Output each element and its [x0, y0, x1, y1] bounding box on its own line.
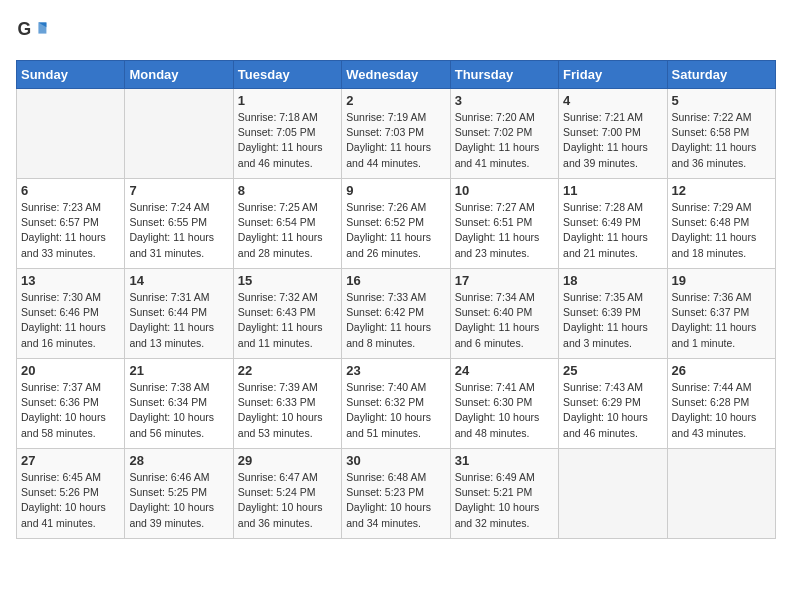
day-info: Sunrise: 6:45 AM Sunset: 5:26 PM Dayligh…	[21, 470, 120, 531]
day-number: 5	[672, 93, 771, 108]
logo: G	[16, 16, 52, 48]
calendar-cell: 25Sunrise: 7:43 AM Sunset: 6:29 PM Dayli…	[559, 359, 667, 449]
calendar-cell: 9Sunrise: 7:26 AM Sunset: 6:52 PM Daylig…	[342, 179, 450, 269]
calendar-cell: 5Sunrise: 7:22 AM Sunset: 6:58 PM Daylig…	[667, 89, 775, 179]
calendar-cell: 22Sunrise: 7:39 AM Sunset: 6:33 PM Dayli…	[233, 359, 341, 449]
calendar-body: 1Sunrise: 7:18 AM Sunset: 7:05 PM Daylig…	[17, 89, 776, 539]
weekday-header-friday: Friday	[559, 61, 667, 89]
day-number: 4	[563, 93, 662, 108]
calendar-cell: 27Sunrise: 6:45 AM Sunset: 5:26 PM Dayli…	[17, 449, 125, 539]
day-info: Sunrise: 7:23 AM Sunset: 6:57 PM Dayligh…	[21, 200, 120, 261]
day-info: Sunrise: 7:29 AM Sunset: 6:48 PM Dayligh…	[672, 200, 771, 261]
calendar-cell: 1Sunrise: 7:18 AM Sunset: 7:05 PM Daylig…	[233, 89, 341, 179]
page-header: G	[16, 16, 776, 48]
day-info: Sunrise: 7:41 AM Sunset: 6:30 PM Dayligh…	[455, 380, 554, 441]
calendar-cell: 14Sunrise: 7:31 AM Sunset: 6:44 PM Dayli…	[125, 269, 233, 359]
calendar-week-4: 20Sunrise: 7:37 AM Sunset: 6:36 PM Dayli…	[17, 359, 776, 449]
weekday-header-wednesday: Wednesday	[342, 61, 450, 89]
day-number: 28	[129, 453, 228, 468]
calendar-cell: 20Sunrise: 7:37 AM Sunset: 6:36 PM Dayli…	[17, 359, 125, 449]
weekday-header-saturday: Saturday	[667, 61, 775, 89]
calendar-cell: 19Sunrise: 7:36 AM Sunset: 6:37 PM Dayli…	[667, 269, 775, 359]
day-info: Sunrise: 7:18 AM Sunset: 7:05 PM Dayligh…	[238, 110, 337, 171]
calendar-cell	[667, 449, 775, 539]
day-number: 15	[238, 273, 337, 288]
calendar-cell: 28Sunrise: 6:46 AM Sunset: 5:25 PM Dayli…	[125, 449, 233, 539]
day-number: 13	[21, 273, 120, 288]
calendar-week-3: 13Sunrise: 7:30 AM Sunset: 6:46 PM Dayli…	[17, 269, 776, 359]
day-number: 22	[238, 363, 337, 378]
day-number: 9	[346, 183, 445, 198]
calendar-cell	[17, 89, 125, 179]
day-number: 31	[455, 453, 554, 468]
calendar-week-1: 1Sunrise: 7:18 AM Sunset: 7:05 PM Daylig…	[17, 89, 776, 179]
day-number: 16	[346, 273, 445, 288]
svg-text:G: G	[18, 19, 32, 39]
day-number: 6	[21, 183, 120, 198]
day-number: 29	[238, 453, 337, 468]
day-info: Sunrise: 7:33 AM Sunset: 6:42 PM Dayligh…	[346, 290, 445, 351]
day-info: Sunrise: 7:43 AM Sunset: 6:29 PM Dayligh…	[563, 380, 662, 441]
day-info: Sunrise: 7:35 AM Sunset: 6:39 PM Dayligh…	[563, 290, 662, 351]
day-number: 14	[129, 273, 228, 288]
calendar-cell: 31Sunrise: 6:49 AM Sunset: 5:21 PM Dayli…	[450, 449, 558, 539]
calendar-cell: 21Sunrise: 7:38 AM Sunset: 6:34 PM Dayli…	[125, 359, 233, 449]
weekday-header-tuesday: Tuesday	[233, 61, 341, 89]
calendar-header: SundayMondayTuesdayWednesdayThursdayFrid…	[17, 61, 776, 89]
day-info: Sunrise: 7:19 AM Sunset: 7:03 PM Dayligh…	[346, 110, 445, 171]
day-info: Sunrise: 7:39 AM Sunset: 6:33 PM Dayligh…	[238, 380, 337, 441]
calendar-cell: 10Sunrise: 7:27 AM Sunset: 6:51 PM Dayli…	[450, 179, 558, 269]
day-info: Sunrise: 7:21 AM Sunset: 7:00 PM Dayligh…	[563, 110, 662, 171]
day-info: Sunrise: 7:26 AM Sunset: 6:52 PM Dayligh…	[346, 200, 445, 261]
day-info: Sunrise: 7:20 AM Sunset: 7:02 PM Dayligh…	[455, 110, 554, 171]
calendar-cell: 11Sunrise: 7:28 AM Sunset: 6:49 PM Dayli…	[559, 179, 667, 269]
weekday-header-row: SundayMondayTuesdayWednesdayThursdayFrid…	[17, 61, 776, 89]
calendar-cell: 7Sunrise: 7:24 AM Sunset: 6:55 PM Daylig…	[125, 179, 233, 269]
calendar-cell: 8Sunrise: 7:25 AM Sunset: 6:54 PM Daylig…	[233, 179, 341, 269]
day-info: Sunrise: 7:22 AM Sunset: 6:58 PM Dayligh…	[672, 110, 771, 171]
calendar-cell	[559, 449, 667, 539]
day-info: Sunrise: 7:32 AM Sunset: 6:43 PM Dayligh…	[238, 290, 337, 351]
calendar-cell: 6Sunrise: 7:23 AM Sunset: 6:57 PM Daylig…	[17, 179, 125, 269]
day-info: Sunrise: 7:34 AM Sunset: 6:40 PM Dayligh…	[455, 290, 554, 351]
calendar-cell: 23Sunrise: 7:40 AM Sunset: 6:32 PM Dayli…	[342, 359, 450, 449]
day-number: 10	[455, 183, 554, 198]
weekday-header-thursday: Thursday	[450, 61, 558, 89]
day-number: 11	[563, 183, 662, 198]
calendar-week-2: 6Sunrise: 7:23 AM Sunset: 6:57 PM Daylig…	[17, 179, 776, 269]
day-number: 27	[21, 453, 120, 468]
calendar-cell: 3Sunrise: 7:20 AM Sunset: 7:02 PM Daylig…	[450, 89, 558, 179]
day-info: Sunrise: 6:46 AM Sunset: 5:25 PM Dayligh…	[129, 470, 228, 531]
day-info: Sunrise: 7:37 AM Sunset: 6:36 PM Dayligh…	[21, 380, 120, 441]
day-info: Sunrise: 7:25 AM Sunset: 6:54 PM Dayligh…	[238, 200, 337, 261]
day-number: 17	[455, 273, 554, 288]
day-info: Sunrise: 7:30 AM Sunset: 6:46 PM Dayligh…	[21, 290, 120, 351]
day-info: Sunrise: 7:36 AM Sunset: 6:37 PM Dayligh…	[672, 290, 771, 351]
day-info: Sunrise: 7:44 AM Sunset: 6:28 PM Dayligh…	[672, 380, 771, 441]
day-info: Sunrise: 7:27 AM Sunset: 6:51 PM Dayligh…	[455, 200, 554, 261]
day-number: 18	[563, 273, 662, 288]
day-info: Sunrise: 7:24 AM Sunset: 6:55 PM Dayligh…	[129, 200, 228, 261]
day-info: Sunrise: 6:47 AM Sunset: 5:24 PM Dayligh…	[238, 470, 337, 531]
day-number: 26	[672, 363, 771, 378]
day-number: 8	[238, 183, 337, 198]
day-number: 3	[455, 93, 554, 108]
calendar-cell: 29Sunrise: 6:47 AM Sunset: 5:24 PM Dayli…	[233, 449, 341, 539]
day-number: 23	[346, 363, 445, 378]
calendar-cell: 30Sunrise: 6:48 AM Sunset: 5:23 PM Dayli…	[342, 449, 450, 539]
calendar-cell: 12Sunrise: 7:29 AM Sunset: 6:48 PM Dayli…	[667, 179, 775, 269]
day-number: 20	[21, 363, 120, 378]
day-info: Sunrise: 7:40 AM Sunset: 6:32 PM Dayligh…	[346, 380, 445, 441]
day-info: Sunrise: 7:38 AM Sunset: 6:34 PM Dayligh…	[129, 380, 228, 441]
logo-icon: G	[16, 16, 48, 48]
day-number: 19	[672, 273, 771, 288]
day-number: 24	[455, 363, 554, 378]
svg-marker-2	[38, 22, 46, 33]
day-number: 12	[672, 183, 771, 198]
day-number: 30	[346, 453, 445, 468]
day-info: Sunrise: 7:31 AM Sunset: 6:44 PM Dayligh…	[129, 290, 228, 351]
calendar-cell: 4Sunrise: 7:21 AM Sunset: 7:00 PM Daylig…	[559, 89, 667, 179]
day-number: 1	[238, 93, 337, 108]
day-info: Sunrise: 6:48 AM Sunset: 5:23 PM Dayligh…	[346, 470, 445, 531]
calendar-cell: 17Sunrise: 7:34 AM Sunset: 6:40 PM Dayli…	[450, 269, 558, 359]
